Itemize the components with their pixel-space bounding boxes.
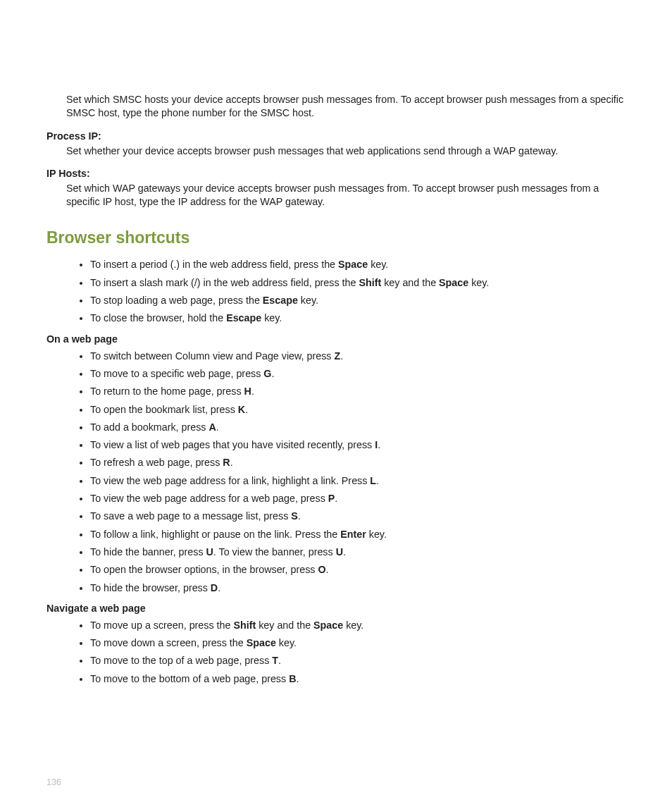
list-item: To save a web page to a message list, pr… [90, 507, 626, 525]
key-label: Space [313, 620, 343, 631]
definition-ip-hosts: IP Hosts: Set which WAP gateways your de… [46, 168, 626, 209]
key-label: L [370, 475, 376, 486]
key-label: A [209, 421, 216, 433]
key-label: Shift [233, 620, 256, 631]
intro-paragraph: Set which SMSC hosts your device accepts… [66, 93, 626, 121]
key-label: S [291, 510, 298, 522]
list-item: To open the browser options, in the brow… [90, 561, 626, 579]
key-label: H [244, 386, 251, 397]
list-item: To stop loading a web page, press the Es… [90, 292, 626, 309]
subhead-on-a-web-page: On a web page [46, 333, 626, 345]
key-label: Enter [340, 529, 366, 540]
key-label: Escape [226, 312, 261, 324]
def-term: IP Hosts: [46, 168, 626, 179]
def-body: Set which WAP gateways your device accep… [66, 182, 626, 209]
list-item: To return to the home page, press H. [90, 383, 626, 400]
key-label: U [336, 546, 343, 557]
key-label: R [223, 457, 230, 468]
key-label: T [272, 655, 278, 666]
page-number: 136 [46, 777, 61, 787]
def-term: Process IP: [46, 130, 626, 142]
shortcut-list-navigate: To move up a screen, press the Shift key… [46, 617, 626, 688]
list-item: To follow a link, highlight or pause on … [90, 526, 626, 543]
key-label: Space [338, 259, 368, 270]
section-title-browser-shortcuts: Browser shortcuts [46, 228, 626, 247]
list-item: To close the browser, hold the Escape ke… [90, 309, 626, 327]
list-item: To insert a slash mark (/) in the web ad… [90, 274, 626, 292]
page-content: Set which SMSC hosts your device accepts… [0, 0, 672, 807]
key-label: D [211, 582, 218, 593]
key-label: P [328, 493, 335, 504]
key-label: K [238, 404, 245, 415]
list-item: To hide the banner, press U. To view the… [90, 543, 626, 561]
list-item: To switch between Column view and Page v… [90, 347, 626, 365]
definition-process-ip: Process IP: Set whether your device acce… [46, 130, 626, 158]
key-label: U [206, 546, 213, 557]
list-item: To insert a period (.) in the web addres… [90, 256, 626, 273]
list-item: To refresh a web page, press R. [90, 454, 626, 472]
list-item: To move to a specific web page, press G. [90, 365, 626, 383]
subhead-navigate-web-page: Navigate a web page [46, 603, 626, 614]
list-item: To view the web page address for a link,… [90, 472, 626, 490]
key-label: Shift [359, 277, 381, 288]
list-item: To move down a screen, press the Space k… [90, 634, 626, 652]
list-item: To add a bookmark, press A. [90, 419, 626, 436]
list-item: To hide the browser, press D. [90, 579, 626, 597]
key-label: Z [334, 350, 340, 362]
key-label: G [263, 368, 271, 379]
list-item: To open the bookmark list, press K. [90, 401, 626, 419]
shortcut-list-on-page: To switch between Column view and Page v… [46, 347, 626, 597]
list-item: To view the web page address for a web p… [90, 490, 626, 507]
key-label: B [289, 673, 296, 684]
key-label: Space [247, 637, 276, 648]
list-item: To move up a screen, press the Shift key… [90, 617, 626, 634]
shortcut-list-top: To insert a period (.) in the web addres… [46, 256, 626, 327]
key-label: Space [439, 277, 468, 288]
list-item: To move to the bottom of a web page, pre… [90, 670, 626, 688]
key-label: Escape [263, 295, 298, 306]
list-item: To move to the top of a web page, press … [90, 652, 626, 670]
key-label: O [318, 564, 325, 575]
def-body: Set whether your device accepts browser … [66, 144, 626, 158]
list-item: To view a list of web pages that you hav… [90, 436, 626, 454]
